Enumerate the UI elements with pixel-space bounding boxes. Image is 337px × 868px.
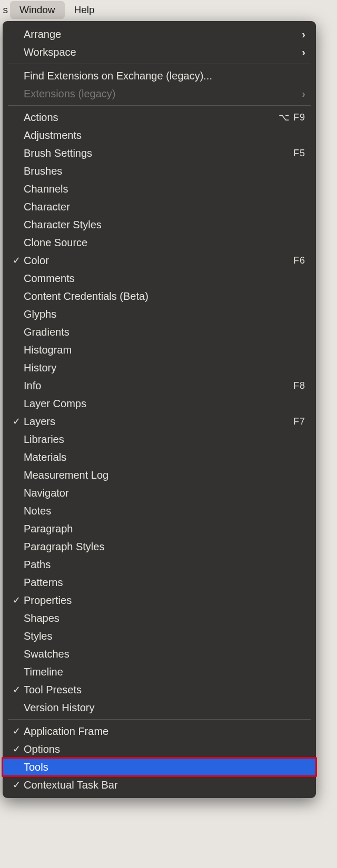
prev-menu-partial: s <box>0 4 9 16</box>
checkmark-icon: ✓ <box>9 416 24 427</box>
menu-item-label: Version History <box>24 702 305 714</box>
menu-item-navigator[interactable]: Navigator <box>3 484 316 502</box>
menu-item-label: Workspace <box>24 46 302 58</box>
menu-help[interactable]: Help <box>65 1 104 19</box>
menu-item-label: Navigator <box>24 487 305 499</box>
menu-item-brush-settings[interactable]: Brush SettingsF5 <box>3 144 316 162</box>
menu-item-layers[interactable]: ✓LayersF7 <box>3 412 316 430</box>
menu-item-styles[interactable]: Styles <box>3 627 316 645</box>
menu-item-label: Actions <box>24 112 279 124</box>
menu-item-patterns[interactable]: Patterns <box>3 573 316 591</box>
menu-item-label: Info <box>24 380 293 392</box>
menu-item-shortcut: F7 <box>293 416 305 427</box>
menu-item-label: Materials <box>24 451 305 463</box>
checkmark-icon: ✓ <box>9 725 24 737</box>
menu-item-shapes[interactable]: Shapes <box>3 609 316 627</box>
menu-item-label: Brushes <box>24 165 305 177</box>
menu-item-label: Styles <box>24 630 305 642</box>
menu-item-label: Options <box>24 743 305 755</box>
menu-item-contextual-task-bar[interactable]: ✓Contextual Task Bar <box>3 776 316 794</box>
menu-item-extensions-legacy: Extensions (legacy)› <box>3 85 316 103</box>
chevron-right-icon: › <box>302 28 305 41</box>
menu-item-histogram[interactable]: Histogram <box>3 341 316 359</box>
menu-item-tools[interactable]: Tools <box>3 758 316 776</box>
menu-item-label: Brush Settings <box>24 147 293 159</box>
separator <box>8 105 311 106</box>
menu-item-history[interactable]: History <box>3 359 316 377</box>
menu-item-clone-source[interactable]: Clone Source <box>3 234 316 251</box>
menu-item-glyphs[interactable]: Glyphs <box>3 305 316 323</box>
menu-item-label: Paragraph <box>24 523 305 535</box>
menu-item-materials[interactable]: Materials <box>3 448 316 466</box>
menu-item-paths[interactable]: Paths <box>3 556 316 573</box>
menu-item-paragraph-styles[interactable]: Paragraph Styles <box>3 538 316 556</box>
menu-item-label: Find Extensions on Exchange (legacy)... <box>24 70 305 82</box>
checkmark-icon: ✓ <box>9 255 24 266</box>
menu-item-label: Gradients <box>24 326 305 338</box>
menu-item-shortcut: F5 <box>293 148 305 159</box>
menu-item-label: Application Frame <box>24 725 305 738</box>
menu-item-label: Timeline <box>24 666 305 678</box>
menu-item-label: Extensions (legacy) <box>24 88 302 100</box>
menu-item-libraries[interactable]: Libraries <box>3 430 316 448</box>
separator <box>8 719 311 720</box>
menu-item-label: Character Styles <box>24 219 305 231</box>
menu-item-layer-comps[interactable]: Layer Comps <box>3 395 316 412</box>
menu-item-find-extensions-on-exchange-legacy[interactable]: Find Extensions on Exchange (legacy)... <box>3 67 316 85</box>
menu-item-label: Libraries <box>24 433 305 446</box>
menu-item-paragraph[interactable]: Paragraph <box>3 520 316 538</box>
menu-item-application-frame[interactable]: ✓Application Frame <box>3 722 316 740</box>
menu-item-label: Paragraph Styles <box>24 541 305 553</box>
menubar: s Window Help <box>0 0 337 19</box>
menu-item-timeline[interactable]: Timeline <box>3 663 316 681</box>
menu-item-shortcut: F8 <box>293 380 305 391</box>
menu-item-comments[interactable]: Comments <box>3 269 316 287</box>
chevron-right-icon: › <box>302 46 305 58</box>
menu-item-label: Measurement Log <box>24 469 305 481</box>
menu-item-notes[interactable]: Notes <box>3 502 316 520</box>
window-dropdown: Arrange›Workspace› Find Extensions on Ex… <box>3 21 316 798</box>
menu-item-label: Tool Presets <box>24 684 305 696</box>
checkmark-icon: ✓ <box>9 594 24 606</box>
menu-item-info[interactable]: InfoF8 <box>3 377 316 395</box>
menu-item-label: Color <box>24 255 293 267</box>
menu-item-arrange[interactable]: Arrange› <box>3 25 316 43</box>
menu-item-options[interactable]: ✓Options <box>3 740 316 758</box>
menu-item-label: Channels <box>24 183 305 195</box>
menu-item-version-history[interactable]: Version History <box>3 699 316 716</box>
menu-item-character-styles[interactable]: Character Styles <box>3 216 316 234</box>
menu-item-tool-presets[interactable]: ✓Tool Presets <box>3 681 316 699</box>
menu-item-workspace[interactable]: Workspace› <box>3 43 316 61</box>
menu-item-character[interactable]: Character <box>3 198 316 216</box>
menu-item-adjustments[interactable]: Adjustments <box>3 126 316 144</box>
separator <box>8 64 311 64</box>
menu-item-color[interactable]: ✓ColorF6 <box>3 251 316 269</box>
menu-item-shortcut: ⌥ F9 <box>279 112 305 123</box>
menu-item-gradients[interactable]: Gradients <box>3 323 316 341</box>
menu-item-label: Content Credentials (Beta) <box>24 290 305 302</box>
menu-item-actions[interactable]: Actions⌥ F9 <box>3 108 316 126</box>
menu-item-label: Clone Source <box>24 237 305 249</box>
menu-item-label: Character <box>24 201 305 213</box>
menu-item-label: Notes <box>24 505 305 517</box>
menu-item-brushes[interactable]: Brushes <box>3 162 316 180</box>
menu-item-label: Layer Comps <box>24 398 305 410</box>
menu-item-properties[interactable]: ✓Properties <box>3 591 316 609</box>
menu-item-swatches[interactable]: Swatches <box>3 645 316 663</box>
checkmark-icon: ✓ <box>9 743 24 755</box>
menu-item-label: Comments <box>24 272 305 285</box>
menu-item-content-credentials-beta[interactable]: Content Credentials (Beta) <box>3 287 316 305</box>
checkmark-icon: ✓ <box>9 684 24 695</box>
menu-item-label: Shapes <box>24 612 305 624</box>
menu-item-label: Adjustments <box>24 129 305 142</box>
menu-window[interactable]: Window <box>10 1 65 19</box>
menu-item-label: Arrange <box>24 28 302 41</box>
menu-item-label: Properties <box>24 594 305 607</box>
menu-item-label: Swatches <box>24 648 305 660</box>
menu-item-label: Glyphs <box>24 308 305 320</box>
menu-item-label: Tools <box>24 761 305 773</box>
menu-item-measurement-log[interactable]: Measurement Log <box>3 466 316 484</box>
menu-item-channels[interactable]: Channels <box>3 180 316 198</box>
menu-item-shortcut: F6 <box>293 255 305 266</box>
menu-item-label: Layers <box>24 416 293 428</box>
